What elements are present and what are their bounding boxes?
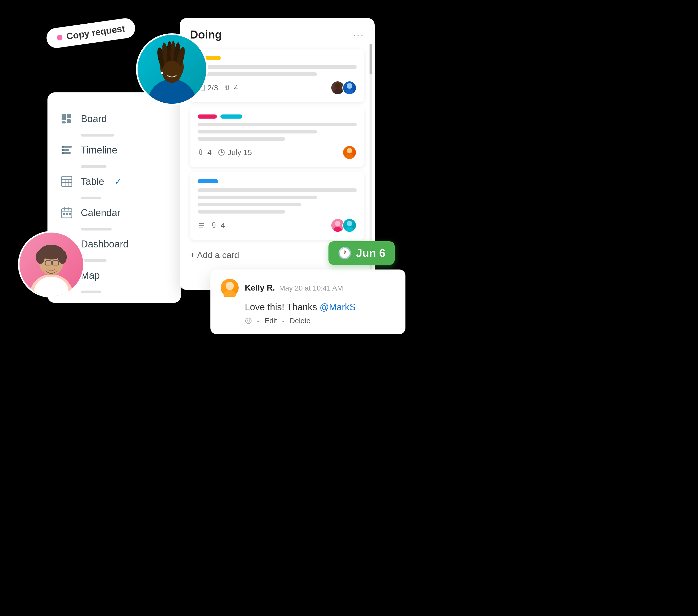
card3-lines-icon: [198, 222, 205, 229]
svg-point-51: [345, 89, 354, 94]
card2-line1: [198, 123, 357, 126]
sidebar-table-label: Table: [81, 176, 104, 187]
comment-time: May 20 at 10:41 AM: [279, 284, 343, 292]
sidebar-board-label: Board: [81, 113, 107, 125]
sidebar-item-calendar[interactable]: Calendar: [47, 199, 181, 226]
svg-point-15: [58, 250, 67, 264]
svg-point-49: [334, 89, 342, 94]
date-badge-icon: 🕐: [338, 247, 352, 260]
svg-point-54: [345, 154, 354, 159]
comment-author: Kelly R.: [245, 283, 275, 292]
card3-attach: 4: [211, 221, 225, 230]
svg-point-27: [61, 149, 64, 151]
avatar-cyan2: [342, 218, 357, 233]
add-card-label: + Add a card: [190, 250, 239, 260]
svg-rect-39: [66, 213, 68, 215]
dashboard-underline: [81, 259, 107, 262]
svg-point-9: [161, 72, 164, 74]
card2-attach: 4: [198, 148, 212, 157]
kanban-options-dots[interactable]: ···: [353, 29, 364, 41]
card2-date: July 15: [218, 148, 252, 157]
table-underline: [81, 197, 101, 199]
copy-request-label: Copy request: [66, 23, 126, 42]
svg-point-26: [61, 146, 64, 148]
svg-rect-19: [61, 114, 66, 121]
svg-point-50: [347, 83, 352, 88]
date-badge: 🕐 Jun 6: [329, 241, 395, 265]
svg-point-53: [347, 148, 352, 153]
comment-mention: @MarkS: [320, 302, 356, 312]
svg-point-48: [335, 83, 340, 88]
comment-panel: Kelly R. May 20 at 10:41 AM Love this! T…: [210, 269, 405, 334]
card1-line2: [198, 72, 317, 76]
emoji-icon[interactable]: [245, 317, 252, 324]
kanban-card-3[interactable]: 4: [190, 172, 364, 240]
svg-point-59: [334, 227, 342, 232]
card3-line1: [198, 188, 357, 192]
copy-request-dot: [56, 34, 63, 41]
svg-point-58: [335, 221, 340, 226]
card3-line4: [198, 210, 285, 213]
card3-avatars: [331, 218, 357, 233]
card1-line1: [198, 65, 357, 69]
kanban-card-1[interactable]: 2/3 4: [190, 49, 364, 102]
svg-point-63: [224, 290, 236, 297]
card3-meta: 4: [198, 218, 357, 233]
card1-checklist-val: 2/3: [207, 83, 218, 92]
kanban-title: Doing: [190, 28, 222, 41]
timeline-icon: [60, 144, 73, 157]
kanban-header: Doing ···: [190, 28, 364, 41]
svg-point-8: [162, 61, 182, 83]
card1-meta: 2/3 4: [198, 81, 357, 95]
svg-point-65: [247, 320, 248, 321]
calendar-underline: [81, 228, 112, 230]
card3-attach-val: 4: [221, 221, 225, 230]
delete-link[interactable]: Delete: [290, 317, 310, 325]
svg-point-64: [246, 318, 251, 324]
sidebar-calendar-label: Calendar: [81, 207, 120, 219]
card2-avatars: [342, 145, 357, 160]
card2-date-val: July 15: [228, 148, 252, 157]
comment-action-edit-sep: -: [257, 317, 260, 325]
card2-meta: 4 July 15: [198, 145, 357, 160]
card2-tag-cyan: [221, 114, 242, 118]
svg-rect-21: [67, 120, 71, 123]
board-underline: [81, 134, 114, 137]
sidebar-item-table[interactable]: Table ✓: [47, 168, 181, 195]
sidebar-dashboard-label: Dashboard: [81, 239, 128, 250]
board-icon: [60, 112, 73, 125]
svg-rect-22: [61, 122, 66, 124]
map-underline: [81, 291, 101, 293]
svg-point-60: [347, 221, 352, 226]
table-check: ✓: [114, 176, 122, 186]
edit-link[interactable]: Edit: [265, 317, 277, 325]
sidebar-timeline-label: Timeline: [81, 145, 117, 156]
card2-line3: [198, 137, 285, 141]
card1-attach-val: 4: [234, 83, 238, 92]
svg-point-61: [345, 227, 354, 232]
card2-tag-pink: [198, 114, 217, 118]
svg-rect-40: [69, 213, 71, 215]
kanban-card-2[interactable]: 4 July 15: [190, 107, 364, 167]
avatar-pink: [18, 231, 85, 298]
avatar-orange: [342, 145, 357, 160]
card1-avatars: [331, 81, 357, 95]
sidebar-item-timeline[interactable]: Timeline: [47, 137, 181, 164]
svg-point-28: [61, 152, 64, 154]
timeline-underline: [81, 165, 107, 168]
sidebar-item-board[interactable]: Board: [47, 105, 181, 132]
comment-action-del-sep: -: [282, 317, 284, 325]
card2-attach-val: 4: [207, 148, 212, 157]
date-badge-label: Jun 6: [356, 247, 386, 260]
svg-point-66: [249, 320, 250, 321]
card2-line2: [198, 130, 317, 134]
svg-point-14: [36, 250, 45, 264]
avatar-blue: [342, 81, 357, 95]
svg-rect-29: [61, 176, 72, 186]
table-icon: [60, 175, 73, 188]
kanban-scrollbar[interactable]: [369, 44, 372, 269]
card3-line3: [198, 203, 301, 206]
svg-point-62: [226, 282, 234, 290]
comment-header: Kelly R. May 20 at 10:41 AM: [221, 279, 395, 297]
kanban-scroll-thumb: [369, 44, 372, 74]
